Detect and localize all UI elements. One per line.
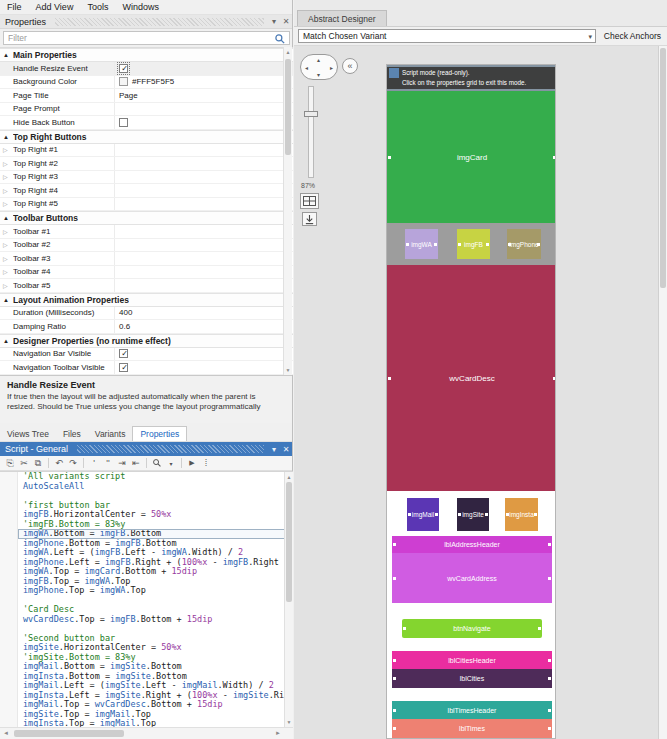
property-value[interactable]: 0.6	[119, 322, 130, 331]
checkbox[interactable]	[119, 363, 128, 372]
property-value[interactable]: #FFF5F5F5	[132, 77, 174, 86]
close-icon[interactable]: ✕	[280, 17, 292, 26]
scrollbar-thumb[interactable]	[285, 59, 291, 155]
pan-up-icon[interactable]: ▴	[317, 56, 320, 63]
copy-icon[interactable]: ⧉	[31, 457, 45, 470]
scrollbar-thumb[interactable]	[286, 482, 292, 602]
scroll-down-icon[interactable]: ▼	[284, 367, 292, 373]
expand-icon[interactable]: ▷	[3, 200, 13, 207]
scroll-left-icon[interactable]: ◄	[3, 730, 9, 736]
menu-windows[interactable]: Windows	[115, 2, 166, 12]
canvas-scrollbar[interactable]	[658, 46, 667, 739]
tab-properties[interactable]: Properties	[132, 426, 187, 441]
pan-left-icon[interactable]: ◂	[305, 64, 308, 71]
filter-input[interactable]: Filter	[3, 31, 290, 45]
grid-toggle-button[interactable]	[300, 193, 319, 209]
pan-down-icon[interactable]: ▾	[317, 71, 320, 78]
panel-menu-icon[interactable]: ▾	[268, 445, 280, 454]
run-icon[interactable]: ▶	[185, 457, 199, 470]
designer-view-lblTimesHeader[interactable]: lblTimesHeader	[392, 701, 552, 719]
undo-icon[interactable]: ↶	[52, 457, 66, 470]
designer-view-imgFB[interactable]: imgFB	[457, 229, 490, 259]
search-icon[interactable]	[150, 457, 164, 470]
property-row[interactable]: ▷Toolbar #3	[0, 252, 293, 266]
property-row[interactable]: ▷Toolbar #2	[0, 239, 293, 253]
designer-view-lblCitiesHeader[interactable]: lblCitiesHeader	[392, 651, 552, 669]
editor-scrollbar[interactable]: ▲ ▼	[284, 472, 293, 727]
panel-menu-icon[interactable]: ▾	[268, 17, 280, 26]
property-category[interactable]: ▲Main Properties	[0, 48, 293, 62]
tab-variants[interactable]: Variants	[88, 427, 133, 441]
scroll-up-icon[interactable]: ▲	[284, 49, 292, 55]
property-category[interactable]: ▲Designer Properties (no runtime effect)	[0, 334, 293, 348]
close-icon[interactable]: ✕	[280, 445, 292, 454]
designer-view-imgSite[interactable]: imgSite	[457, 498, 489, 531]
menu-file[interactable]: File	[0, 2, 29, 12]
designer-canvas[interactable]: ▴ ▾ ◂ ▸ « 87% Script mode (read-only).	[294, 46, 667, 739]
designer-view-imgPhone[interactable]: imgPhone	[507, 229, 541, 259]
expand-icon[interactable]: ▷	[3, 282, 13, 289]
property-row[interactable]: ▷Toolbar #1	[0, 225, 293, 239]
zoom-slider-thumb[interactable]	[304, 111, 318, 117]
anchor-handle[interactable]	[389, 68, 399, 78]
designer-view-imgCard[interactable]: imgCard	[387, 91, 556, 223]
designer-view-imgWA[interactable]: imgWA	[405, 229, 438, 259]
comment-remove-icon[interactable]: ''	[101, 457, 115, 470]
tab-views-tree[interactable]: Views Tree	[0, 427, 56, 441]
property-row[interactable]: ▷Top Right #1	[0, 144, 293, 158]
indent-increase-icon[interactable]: ⇥	[115, 457, 129, 470]
zoom-slider[interactable]	[308, 86, 314, 178]
menu-tools[interactable]: Tools	[80, 2, 115, 12]
scroll-up-icon[interactable]: ▲	[285, 474, 293, 480]
pan-control[interactable]: ▴ ▾ ◂ ▸	[300, 54, 338, 80]
property-value[interactable]: 400	[119, 308, 132, 317]
designer-view-wvCardDesc[interactable]: wvCardDesc	[387, 265, 556, 491]
checkbox[interactable]	[119, 349, 128, 358]
property-row[interactable]: ▷Top Right #3	[0, 171, 293, 185]
expand-icon[interactable]: ▷	[3, 255, 13, 262]
indent-decrease-icon[interactable]: ⇤	[129, 457, 143, 470]
redo-icon[interactable]: ↷	[66, 457, 80, 470]
download-icon[interactable]	[302, 212, 317, 226]
variant-select[interactable]: Match Chosen Variant ▾	[298, 29, 596, 43]
search-icon[interactable]	[274, 33, 286, 47]
menu-add-view[interactable]: Add View	[29, 2, 81, 12]
designer-view-btnNavigate[interactable]: btnNavigate	[402, 619, 542, 638]
tab-files[interactable]: Files	[56, 427, 88, 441]
property-category[interactable]: ▲Layout Animation Properties	[0, 293, 293, 307]
property-row[interactable]: Page TitlePage	[0, 89, 293, 103]
layout-preview[interactable]: Script mode (read-only). Click on the pr…	[386, 64, 556, 739]
property-row[interactable]: ▷Top Right #5	[0, 198, 293, 212]
property-row[interactable]: ▷Toolbar #5	[0, 279, 293, 293]
script-editor[interactable]: 'All variants script AutoScaleAll 'first…	[0, 471, 293, 727]
check-anchors-button[interactable]: Check Anchors	[604, 31, 661, 41]
scroll-right-icon[interactable]: ►	[275, 730, 281, 736]
designer-view-lblCities[interactable]: lblCities	[392, 669, 552, 688]
color-swatch[interactable]	[119, 77, 128, 86]
designer-view-wvCardAddress[interactable]: wvCardAddress	[392, 553, 552, 603]
property-category[interactable]: ▲Top Right Buttons	[0, 130, 293, 144]
property-row[interactable]: ▷Toolbar #4	[0, 266, 293, 280]
property-row[interactable]: ▷Top Right #2	[0, 157, 293, 171]
designer-view-imgMail[interactable]: imgMail	[407, 498, 439, 531]
property-row[interactable]: Damping Ratio0.6	[0, 320, 293, 334]
scroll-down-icon[interactable]: ▼	[285, 719, 293, 725]
scrollbar-thumb[interactable]	[660, 48, 666, 288]
dropdown-icon[interactable]: ▾	[164, 457, 178, 470]
property-row[interactable]: Navigation Toolbar Visible	[0, 361, 293, 375]
property-row[interactable]: Duration (Milliseconds)400▾	[0, 307, 293, 321]
more-icon[interactable]: ⁞	[199, 457, 213, 470]
property-row[interactable]: ▷Top Right #4	[0, 184, 293, 198]
checkbox[interactable]	[119, 118, 128, 127]
expand-icon[interactable]: ▷	[3, 187, 13, 194]
designer-view-lblTimes[interactable]: lblTimes	[392, 719, 552, 738]
expand-icon[interactable]: ▷	[3, 228, 13, 235]
properties-scrollbar[interactable]: ▲ ▼	[283, 47, 292, 375]
pan-right-icon[interactable]: ▸	[330, 64, 333, 71]
designer-view-lblAddressHeader[interactable]: lblAddressHeader	[392, 536, 552, 553]
cut-icon[interactable]: ✂	[17, 457, 31, 470]
property-category[interactable]: ▲Toolbar Buttons	[0, 211, 293, 225]
property-row[interactable]: Navigation Bar Visible	[0, 348, 293, 362]
dropdown-icon[interactable]: ▾	[588, 33, 592, 41]
property-value[interactable]: Page	[119, 91, 138, 100]
